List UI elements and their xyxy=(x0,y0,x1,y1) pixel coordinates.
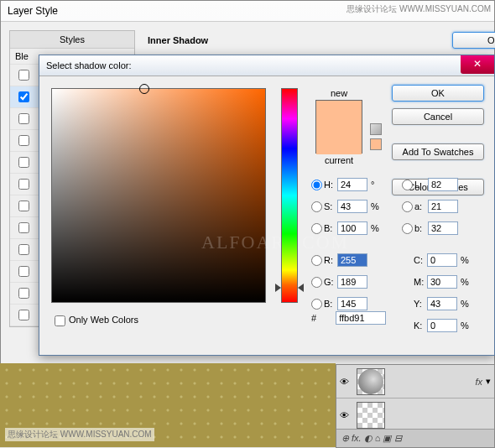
style-checkbox[interactable] xyxy=(18,157,29,168)
layers-toolbar: ⊕ fx. ◐ ⌂ ▣ ⊟ xyxy=(336,429,494,447)
style-checkbox[interactable] xyxy=(18,222,29,233)
owc-checkbox[interactable] xyxy=(55,315,65,326)
style-checkbox[interactable] xyxy=(18,179,29,190)
close-icon[interactable]: ✕ xyxy=(461,55,494,74)
gamut-warning-icon[interactable] xyxy=(370,123,382,135)
l-label: L: xyxy=(414,180,428,190)
l-input[interactable] xyxy=(428,178,458,191)
layers-panel: 👁 fx ▾ 👁 ⊕ fx. ◐ ⌂ ▣ ⊟ xyxy=(336,364,495,448)
hsb-rgb-inputs: H:° S:% B:% R: G: B: xyxy=(311,174,381,315)
layer-row[interactable]: 👁 fx ▾ xyxy=(336,365,494,399)
l-radio[interactable] xyxy=(402,180,413,190)
visibility-icon[interactable]: 👁 xyxy=(340,410,353,420)
bl-label: B: xyxy=(324,299,337,309)
only-web-colors[interactable]: Only Web Colors xyxy=(51,313,138,329)
layer-row[interactable]: 👁 xyxy=(336,399,494,432)
color-swatch: new current xyxy=(315,88,363,165)
m-input[interactable] xyxy=(427,275,457,289)
s-label: S: xyxy=(324,201,337,211)
layer-style-ok-button[interactable]: OK xyxy=(452,32,495,49)
lab-cmyk-inputs: L: a: b: C:% M:% Y:% K:% xyxy=(402,174,472,336)
fx-badge[interactable]: fx xyxy=(475,377,482,387)
b-label: B: xyxy=(324,223,337,233)
style-checkbox[interactable] xyxy=(18,310,29,320)
b2-radio[interactable] xyxy=(402,223,413,234)
visibility-icon[interactable]: 👁 xyxy=(340,377,353,387)
b-input[interactable] xyxy=(337,221,367,235)
a-input[interactable] xyxy=(428,200,458,213)
r-label: R: xyxy=(324,255,337,265)
ok-button[interactable]: OK xyxy=(392,85,484,102)
a-radio[interactable] xyxy=(402,201,413,212)
styles-header[interactable]: Styles xyxy=(10,31,134,49)
layer-thumbnail[interactable] xyxy=(357,368,385,395)
h-input[interactable] xyxy=(337,178,367,191)
k-label: K: xyxy=(414,320,427,331)
cancel-button[interactable]: Cancel xyxy=(392,108,484,125)
b2-input[interactable] xyxy=(428,221,458,235)
bl-input[interactable] xyxy=(337,297,367,310)
new-label: new xyxy=(315,88,363,98)
m-label: M: xyxy=(414,277,427,287)
b2-label: b: xyxy=(414,223,428,233)
bl-radio[interactable] xyxy=(311,299,322,310)
b-radio[interactable] xyxy=(311,223,322,234)
hex-row: # xyxy=(311,311,386,325)
c-label: C: xyxy=(414,255,427,265)
add-swatches-button[interactable]: Add To Swatches xyxy=(392,143,484,160)
r-radio[interactable] xyxy=(311,255,322,266)
c-input[interactable] xyxy=(427,253,457,267)
style-checkbox[interactable] xyxy=(18,70,29,81)
picker-title-text: Select shadow color: xyxy=(46,60,132,70)
style-checkbox[interactable] xyxy=(18,91,29,102)
color-picker-dialog: Select shadow color: ✕ ALFOART.COM new c… xyxy=(39,55,495,356)
g-input[interactable] xyxy=(337,275,367,289)
layers-icons[interactable]: ⊕ fx. ◐ ⌂ ▣ ⊟ xyxy=(341,433,402,444)
picker-titlebar[interactable]: Select shadow color: ✕ xyxy=(39,55,494,76)
hue-arrow-left-icon[interactable] xyxy=(275,284,281,292)
inner-shadow-header: Inner Shadow xyxy=(143,30,208,45)
h-label: H: xyxy=(324,180,337,190)
owc-label: Only Web Colors xyxy=(69,315,138,325)
style-checkbox[interactable] xyxy=(18,135,29,146)
gamut-swatch[interactable] xyxy=(370,138,382,150)
s-input[interactable] xyxy=(337,200,367,213)
hue-slider[interactable] xyxy=(281,88,298,303)
hex-label: # xyxy=(311,313,316,323)
style-checkbox[interactable] xyxy=(18,201,29,211)
style-checkbox[interactable] xyxy=(18,288,29,299)
watermark-bottom: 思缘设计论坛 WWW.MISSYUAN.COM xyxy=(5,428,154,441)
hue-arrow-right-icon[interactable] xyxy=(298,284,304,292)
r-input[interactable] xyxy=(337,253,367,267)
k-input[interactable] xyxy=(427,319,457,332)
current-color[interactable] xyxy=(316,128,362,154)
style-checkbox[interactable] xyxy=(18,244,29,255)
h-radio[interactable] xyxy=(311,180,322,190)
new-color[interactable] xyxy=(316,101,362,128)
color-field-cursor[interactable] xyxy=(139,84,149,94)
y-input[interactable] xyxy=(427,297,457,310)
color-field[interactable]: ALFOART.COM xyxy=(51,88,266,303)
layer-thumbnail[interactable] xyxy=(357,402,385,429)
style-checkbox[interactable] xyxy=(18,113,29,124)
chevron-down-icon[interactable]: ▾ xyxy=(486,376,491,387)
watermark-top: 思缘设计论坛 WWW.MISSYUAN.COM xyxy=(346,3,491,15)
y-label: Y: xyxy=(414,299,427,309)
current-label: current xyxy=(315,155,363,165)
a-label: a: xyxy=(414,201,428,211)
hex-input[interactable] xyxy=(336,311,386,325)
g-radio[interactable] xyxy=(311,277,322,288)
style-checkbox[interactable] xyxy=(18,266,29,277)
s-radio[interactable] xyxy=(311,201,322,212)
g-label: G: xyxy=(324,277,337,287)
